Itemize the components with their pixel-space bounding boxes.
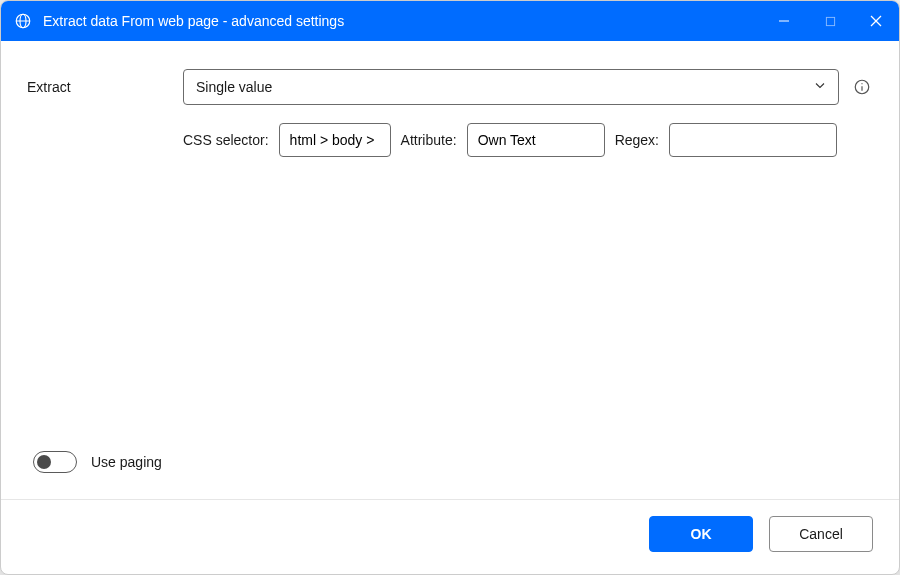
extract-dropdown[interactable]: Single value [183, 69, 839, 105]
paging-row: Use paging [27, 451, 873, 473]
globe-icon [13, 11, 33, 31]
minimize-button[interactable] [761, 1, 807, 41]
attribute-input[interactable] [467, 123, 605, 157]
titlebar: Extract data From web page - advanced se… [1, 1, 899, 41]
dialog-footer: OK Cancel [1, 499, 899, 574]
window-title: Extract data From web page - advanced se… [43, 13, 344, 29]
css-selector-label: CSS selector: [183, 132, 269, 148]
regex-input[interactable] [669, 123, 837, 157]
css-selector-input[interactable] [279, 123, 391, 157]
extract-dropdown-value: Single value [196, 79, 272, 95]
ok-button[interactable]: OK [649, 516, 753, 552]
extract-label: Extract [27, 79, 183, 95]
chevron-down-icon [812, 78, 828, 97]
toggle-knob [37, 455, 51, 469]
use-paging-toggle[interactable] [33, 451, 77, 473]
svg-point-9 [861, 83, 862, 84]
attribute-label: Attribute: [401, 132, 457, 148]
close-button[interactable] [853, 1, 899, 41]
extract-row: Extract Single value [27, 69, 873, 105]
svg-rect-4 [826, 17, 834, 25]
maximize-button[interactable] [807, 1, 853, 41]
dialog-body: Extract Single value CSS selector: Attri… [1, 41, 899, 499]
use-paging-label: Use paging [91, 454, 162, 470]
dialog-window: Extract data From web page - advanced se… [0, 0, 900, 575]
info-icon[interactable] [851, 76, 873, 98]
window-controls [761, 1, 899, 41]
cancel-button[interactable]: Cancel [769, 516, 873, 552]
regex-label: Regex: [615, 132, 659, 148]
selector-row: CSS selector: Attribute: Regex: [183, 123, 873, 157]
